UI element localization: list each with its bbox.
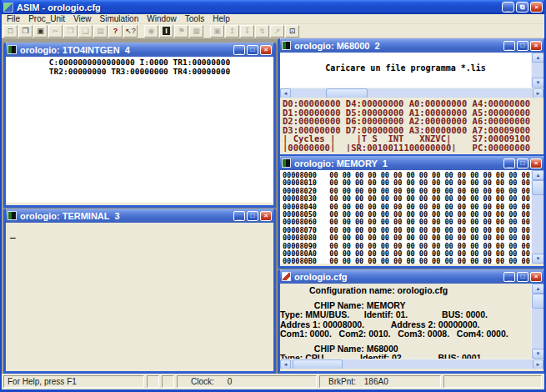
stop-icon: ⊡ — [289, 27, 296, 35]
paste-icon: ❑ — [82, 27, 88, 35]
m68000-maximize-button[interactable]: □ — [517, 41, 528, 51]
step-up-icon: ↥ — [229, 27, 236, 35]
intgen-line: TR2:00000000 TR3:00000000 TR4:00000000 — [6, 68, 273, 77]
memory-titlebar[interactable]: orologio: MEMORY 1 ▁ □ × — [280, 156, 543, 170]
cfg-vertical-scrollbar[interactable]: ▲ ▼ — [531, 284, 543, 359]
scroll-up-icon[interactable]: ▲ — [532, 53, 543, 63]
memory-vertical-scrollbar[interactable]: ▲ ▼ — [531, 170, 543, 264]
intgen-minimize-button[interactable]: ▁ — [233, 45, 245, 55]
statusbar: For Help, press F1 Clock: 0 BrkPnt: 186A… — [2, 374, 544, 389]
m68000-titlebar[interactable]: orologio: M68000 2 ▁ □ × — [280, 38, 543, 53]
window-intgen: orologio: 1TO4INTGEN 4 ▁ □ × C:000000000… — [3, 43, 276, 208]
window-terminal: orologio: TERMINAL 3 ▁ □ × _ — [3, 209, 276, 374]
skip-icon: ↗ — [274, 27, 281, 35]
toolbar-print: ▤ — [93, 25, 108, 38]
cfg-horizontal-scrollbar[interactable]: ◄ ► — [280, 359, 543, 369]
print-icon: ▤ — [97, 27, 104, 35]
toolbar-open-file[interactable]: ❒ — [18, 25, 33, 38]
brkpnt-label: BrkPnt: — [328, 377, 356, 386]
scroll-left-icon[interactable]: ◄ — [280, 359, 291, 369]
minimize-button[interactable]: ▁ — [502, 2, 514, 13]
menu-tools[interactable]: Tools — [181, 14, 208, 23]
scroll-up-icon[interactable]: ▲ — [532, 284, 543, 294]
terminal-window-icon — [8, 211, 17, 220]
cfg-lines: Configuration name: orologio.cfg CHIP Na… — [280, 284, 531, 359]
intgen-close-button[interactable]: × — [260, 45, 272, 55]
menu-help[interactable]: Help — [208, 14, 234, 23]
toolbar-step-down: ↧ — [240, 25, 254, 38]
scroll-down-icon[interactable]: ▼ — [532, 349, 543, 359]
memory-rows: 00008000 00 00 00 00 00 00 00 00 00 00 0… — [280, 170, 531, 264]
toolbar-stop[interactable]: ⊡ — [285, 25, 299, 38]
menu-view[interactable]: View — [69, 14, 96, 23]
m68000-close-button[interactable]: × — [530, 41, 542, 51]
toolbar-about[interactable]: ? — [108, 25, 123, 38]
memory-minimize-button[interactable]: ▁ — [503, 158, 515, 168]
app-titlebar[interactable]: ASIM - orologio.cfg ▁ ⧉ × — [2, 0, 544, 14]
cfg-minimize-button[interactable]: ▁ — [503, 272, 515, 282]
terminal-minimize-button[interactable]: ▁ — [233, 211, 245, 221]
menu-window[interactable]: Window — [143, 14, 181, 23]
toolbar-info[interactable]: I — [159, 25, 173, 38]
intgen-titlebar[interactable]: orologio: 1TO4INTGEN 4 ▁ □ × — [6, 43, 273, 57]
scroll-right-icon[interactable]: ► — [533, 359, 543, 369]
toolbar-save-file[interactable]: ▣ — [33, 25, 48, 38]
mdi-workspace: orologio: M68000 2 ▁ □ × Caricare un fil… — [2, 38, 544, 374]
cfg-line: Configuration name: orologio.cfg — [280, 286, 531, 296]
close-button[interactable]: × — [530, 2, 543, 13]
brkpnt-value: 186A0 — [364, 377, 388, 386]
m68000-register-panel: D0:00000000 D4:00000000 A0:00000000 A4:0… — [280, 98, 543, 152]
m68000-minimize-button[interactable]: ▁ — [503, 41, 515, 51]
terminal-maximize-button[interactable]: □ — [247, 211, 258, 221]
menu-file[interactable]: File — [3, 14, 24, 23]
about-icon: ? — [113, 27, 118, 35]
cut-icon: ✂ — [53, 27, 59, 35]
open-file-icon: ❒ — [22, 27, 28, 35]
context-help-icon: ↖? — [125, 27, 136, 35]
scroll-down-icon[interactable]: ▼ — [532, 254, 543, 264]
toolbar-cut: ✂ — [48, 25, 63, 38]
scrollbar-thumb[interactable] — [532, 294, 543, 309]
toolbar-copy: ❐ — [63, 25, 78, 38]
toolbar-run: ◉ — [144, 25, 158, 38]
cfg-line: Com1: 0000. Com2: 0010. Com3: 0008. Com4… — [280, 329, 531, 339]
register-line: |00000000| |SR:0010011100000000| PC:0000… — [283, 143, 543, 153]
scroll-down-icon[interactable]: ▼ — [532, 78, 543, 88]
toolbar-new-file[interactable]: □ — [3, 25, 18, 38]
cfg-window-icon — [282, 272, 291, 281]
m68000-vertical-scrollbar[interactable]: ▲ ▼ — [531, 53, 543, 88]
toolbar-context-help[interactable]: ↖? — [123, 25, 138, 38]
cfg-close-button[interactable]: × — [530, 272, 542, 282]
intgen-maximize-button[interactable]: □ — [247, 45, 258, 55]
toolbar-flag: ⚑ — [174, 25, 188, 38]
menu-proc-unit[interactable]: Proc_Unit — [24, 14, 69, 23]
register-line: D2:00000000 D6:00000000 A2:00000000 A6:0… — [283, 117, 543, 126]
register-lines: D0:00000000 D4:00000000 A0:00000000 A4:0… — [283, 99, 543, 152]
register-line: | Cycles | |T S INT XNZVC| S7:00009100 — [283, 134, 543, 143]
toolbar-paste: ❑ — [78, 25, 93, 38]
cfg-maximize-button[interactable]: □ — [517, 272, 528, 282]
toolbar-breakpoint: ▣ — [210, 25, 224, 38]
cfg-line: Type: MMU/BUS. Identif: 01. BUS: 0000. — [280, 310, 531, 320]
restore-button[interactable]: ⧉ — [516, 2, 528, 13]
memory-maximize-button[interactable]: □ — [517, 158, 528, 168]
toolbar-memory-view: ▦ — [189, 25, 203, 38]
memory-view-icon: ▦ — [193, 27, 200, 35]
terminal-input-area[interactable]: _ — [6, 223, 273, 369]
app-title: ASIM - orologio.cfg — [17, 3, 502, 13]
menu-simulation[interactable]: Simulation — [96, 14, 143, 23]
terminal-titlebar[interactable]: orologio: TERMINAL 3 ▁ □ × — [6, 209, 273, 223]
m68000-listing-pane: Caricare un file programma *.lis — [280, 53, 531, 88]
cfg-title: orologio.cfg — [294, 272, 503, 282]
scrollbar-thumb[interactable] — [532, 180, 543, 195]
run-icon: ◉ — [148, 27, 155, 35]
cfg-titlebar[interactable]: orologio.cfg ▁ □ × — [280, 269, 543, 284]
scrollbar-thumb[interactable] — [293, 359, 343, 369]
m68000-horizontal-scrollbar[interactable]: ◄ ► — [280, 88, 543, 98]
terminal-title: orologio: TERMINAL 3 — [20, 211, 233, 221]
scroll-up-icon[interactable]: ▲ — [532, 170, 543, 180]
memory-close-button[interactable]: × — [530, 158, 542, 168]
save-file-icon: ▣ — [37, 27, 44, 35]
terminal-close-button[interactable]: × — [260, 211, 272, 221]
info-icon: I — [163, 27, 170, 35]
